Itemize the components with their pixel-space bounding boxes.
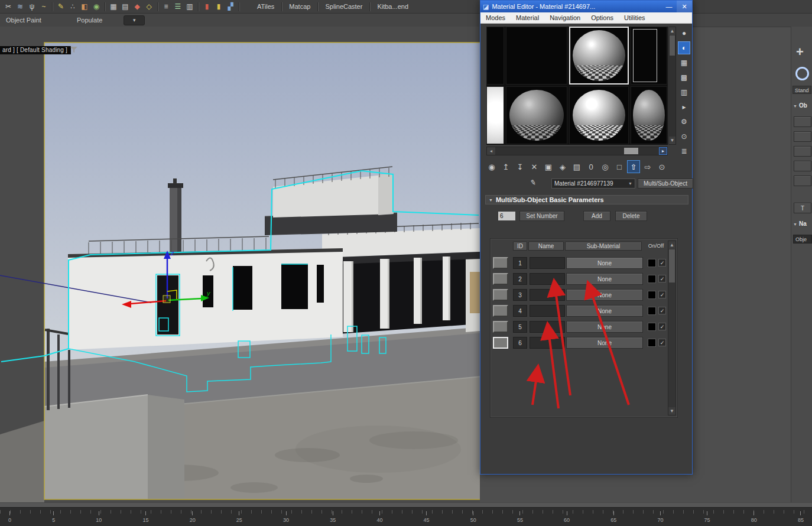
scroll-up-icon[interactable]: ▲ — [668, 241, 675, 249]
menu-utilities[interactable]: Utilities — [619, 14, 650, 21]
timeline-tick[interactable]: 25 — [236, 511, 242, 523]
set-number-button[interactable]: Set Number — [519, 211, 564, 221]
hair-scissors-icon[interactable]: ✂ — [2, 1, 14, 12]
select-by-material-icon[interactable]: ⊙ — [655, 160, 668, 173]
timeline-tick[interactable]: 10 — [96, 511, 102, 523]
row-color-swatch[interactable] — [648, 275, 656, 283]
track-bar[interactable] — [0, 502, 812, 507]
row-name-field[interactable] — [530, 337, 565, 349]
scroll-thumb[interactable] — [624, 148, 638, 154]
column-header-name[interactable]: Name — [528, 242, 564, 251]
scroll-thumb[interactable] — [669, 249, 675, 283]
ribbon-tab-object-paint[interactable]: Object Paint — [0, 17, 47, 24]
sample-slot-2[interactable] — [506, 27, 567, 85]
timeline-tick[interactable]: 5 — [52, 511, 55, 523]
object-type-button[interactable] — [794, 146, 811, 157]
row-onoff-checkbox[interactable]: ✓ — [658, 275, 666, 283]
backlight-icon[interactable]: ◐ — [678, 41, 690, 54]
row-swatch[interactable] — [493, 337, 508, 349]
sample-slot-6[interactable] — [506, 86, 567, 144]
show-end-result-icon[interactable]: □ — [613, 160, 626, 173]
column-header-id[interactable]: ID — [513, 242, 527, 251]
row-id[interactable]: 3 — [513, 289, 527, 301]
row-onoff-checkbox[interactable]: ✓ — [658, 307, 666, 314]
timeline-tick[interactable]: 45 — [424, 511, 430, 523]
sample-slot-1[interactable] — [486, 27, 504, 85]
row-name-field[interactable] — [530, 273, 565, 285]
object-type-button[interactable] — [794, 176, 811, 186]
make-unique-icon[interactable]: ◈ — [556, 160, 569, 173]
toolbar-tab-matcap[interactable]: Matcap — [282, 3, 317, 10]
timeline-tick[interactable]: 55 — [517, 511, 523, 523]
select-by-material-icon[interactable]: ⊙ — [678, 130, 690, 143]
close-button[interactable]: ✕ — [677, 1, 692, 12]
material-type-button[interactable]: Multi/Sub-Object — [638, 178, 693, 189]
row-name-field[interactable] — [530, 321, 565, 333]
row-submaterial-button[interactable]: None — [566, 289, 643, 301]
scroll-up-icon[interactable]: ▲ — [669, 27, 675, 35]
paint-brush-icon[interactable]: ✎ — [55, 1, 67, 12]
toolbar-tab-kitba-end[interactable]: Kitba...end — [370, 3, 415, 10]
object-type-button[interactable] — [794, 116, 811, 127]
timeline-tick[interactable]: 50 — [470, 511, 476, 523]
get-material-icon[interactable]: ◉ — [485, 160, 498, 173]
make-preview-icon[interactable]: ▸ — [678, 100, 690, 113]
category-dropdown[interactable]: Stand — [792, 86, 811, 94]
slots-horizontal-scrollbar[interactable]: ◂ ▸ — [486, 147, 668, 155]
scroll-down-icon[interactable]: ▼ — [669, 137, 675, 144]
row-submaterial-button[interactable]: None — [566, 305, 643, 317]
row-swatch[interactable] — [493, 321, 508, 333]
timeline-tick[interactable]: 0 — [8, 511, 11, 523]
viewport-filter-icon[interactable] — [70, 46, 78, 53]
row-name-field[interactable] — [530, 257, 565, 269]
row-id[interactable]: 1 — [513, 257, 527, 269]
toolbar-tab-atiles[interactable]: ATiles — [250, 3, 281, 10]
row-id[interactable]: 5 — [513, 321, 527, 333]
row-color-swatch[interactable] — [648, 291, 656, 299]
timeline-tick[interactable]: 80 — [751, 511, 757, 523]
put-to-library-icon[interactable]: ▤ — [570, 160, 583, 173]
rollout-header[interactable]: ▼ Multi/Sub-Object Basic Parameters — [485, 195, 688, 204]
row-name-field[interactable] — [530, 289, 565, 301]
viewport-canvas[interactable]: z y — [0, 27, 480, 502]
material-count-field[interactable]: 6 — [498, 212, 515, 220]
scroll-left-icon[interactable]: ◂ — [487, 147, 495, 155]
row-color-swatch[interactable] — [648, 259, 656, 267]
material-map-navigator-icon[interactable]: ≣ — [678, 145, 690, 158]
row-submaterial-button[interactable]: None — [566, 257, 643, 269]
ribbon-tab-populate[interactable]: Populate — [71, 17, 108, 24]
row-color-swatch[interactable] — [648, 323, 656, 331]
grid-array-icon[interactable]: ▦ — [108, 1, 119, 12]
go-forward-to-sibling-icon[interactable]: ⇨ — [641, 160, 654, 173]
eyedropper-icon[interactable]: ✎ — [530, 178, 537, 187]
table-icon[interactable]: ▤ — [119, 1, 131, 12]
row-id[interactable]: 4 — [513, 305, 527, 317]
scroll-down-icon[interactable]: ▼ — [668, 407, 675, 415]
toolbar-tab-splinecaster[interactable]: SplineCaster — [318, 3, 369, 10]
t-button[interactable]: T — [794, 203, 811, 213]
row-color-swatch[interactable] — [648, 307, 656, 315]
material-name-dropdown[interactable]: Material #2146977139 ▼ — [551, 178, 635, 189]
menu-material[interactable]: Material — [511, 14, 544, 21]
viewport-shading-label[interactable]: ard ] [ Default Shading ] — [0, 46, 71, 54]
row-name-field[interactable] — [530, 305, 565, 317]
row-onoff-checkbox[interactable]: ✓ — [658, 259, 666, 267]
material-id-channel-icon[interactable]: 0 — [584, 160, 597, 173]
hair-comb-icon[interactable]: ψ — [26, 1, 38, 12]
hair-brush-icon[interactable]: ≋ — [14, 1, 26, 12]
menu-modes[interactable]: Modes — [480, 14, 511, 21]
timeline-tick[interactable]: 40 — [376, 511, 382, 523]
row-onoff-checkbox[interactable]: ✓ — [658, 323, 666, 330]
sample-slot-5[interactable] — [486, 86, 504, 144]
go-to-parent-icon[interactable]: ⇧ — [627, 160, 640, 173]
snap-magnet-icon[interactable]: ◆ — [131, 1, 143, 12]
row-id[interactable]: 6 — [513, 337, 527, 349]
sample-type-icon[interactable]: ● — [678, 27, 690, 40]
timeline-tick[interactable]: 35 — [330, 511, 336, 523]
sample-slot-4[interactable] — [631, 27, 667, 85]
add-button[interactable]: Add — [583, 211, 610, 221]
row-id[interactable]: 2 — [513, 273, 527, 285]
timeline-tick[interactable]: 65 — [610, 511, 616, 523]
timeline-tick[interactable]: 15 — [143, 511, 149, 523]
timeline-tick[interactable]: 60 — [564, 511, 570, 523]
